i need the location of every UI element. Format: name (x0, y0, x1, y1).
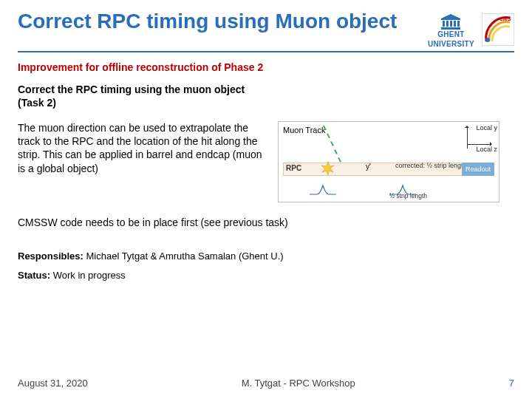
rpc-label: RPC (286, 165, 301, 172)
svg-rect-2 (450, 21, 452, 27)
muon-track-label: Muon Track (283, 126, 325, 134)
svg-rect-0 (443, 21, 445, 27)
footer-center: M. Tytgat - RPC Workshop (242, 378, 355, 389)
responsibles-label: Responsibles: (18, 250, 83, 262)
status-label: Status: (18, 270, 50, 281)
svg-rect-3 (454, 21, 456, 27)
ghent-university-logo: GHENT UNIVERSITY (428, 13, 474, 48)
task-heading-line1: Correct the RPC timing using the muon ob… (18, 83, 245, 95)
slide-header: Correct RPC timing using Muon object GHE… (18, 10, 514, 52)
page-number: 7 (509, 378, 514, 389)
svg-rect-1 (446, 21, 449, 27)
task-heading-line2: (Task 2) (18, 97, 56, 109)
svg-rect-4 (457, 21, 460, 27)
ghent-temple-icon (440, 13, 462, 30)
followup-note: CMSSW code needs to be in place first (s… (18, 216, 328, 229)
task-heading: Correct the RPC timing using the muon ob… (18, 83, 514, 109)
logo-group: GHENT UNIVERSITY CMS (428, 10, 514, 48)
axis-local-z-label: Local z (476, 146, 497, 153)
svg-point-7 (485, 38, 490, 42)
content-row: The muon direction can be used to extrap… (18, 121, 514, 202)
slide-title: Correct RPC timing using Muon object (18, 10, 397, 33)
rpc-diagram: Muon Track Local y Local z RPC y' correc… (278, 121, 499, 202)
axis-local-z (468, 144, 491, 145)
readout-block: Readout (462, 163, 494, 176)
axis-local-y-label: Local y (476, 125, 497, 132)
cms-text: CMS (499, 16, 511, 21)
section-subheading: Improvement for offline reconstruction o… (18, 61, 514, 73)
ghent-text-line1: GHENT (437, 31, 465, 39)
hit-burst-icon (321, 162, 335, 175)
slide-root: Correct RPC timing using Muon object GHE… (0, 0, 532, 399)
y-prime-label: y' (366, 163, 371, 171)
ghent-text-line2: UNIVERSITY (428, 41, 474, 49)
status-line: Status: Work in progress (18, 269, 514, 282)
svg-marker-8 (321, 162, 334, 175)
footer-date: August 31, 2020 (18, 378, 88, 389)
half-strip-length-label: ½ strip length (389, 193, 427, 200)
axis-local-y (467, 126, 468, 149)
status-value: Work in progress (50, 270, 126, 281)
cms-logo-icon: CMS (482, 13, 514, 46)
responsibles-line: Responsibles: Michael Tytgat & Amrutha S… (18, 250, 514, 263)
slide-footer: August 31, 2020 M. Tytgat - RPC Workshop… (18, 378, 514, 389)
svg-rect-5 (441, 27, 460, 30)
signal-wave-1-icon (310, 183, 336, 196)
responsibles-value: Michael Tytgat & Amrutha Samalan (Ghent … (83, 250, 284, 262)
body-paragraph: The muon direction can be used to extrap… (18, 121, 269, 175)
